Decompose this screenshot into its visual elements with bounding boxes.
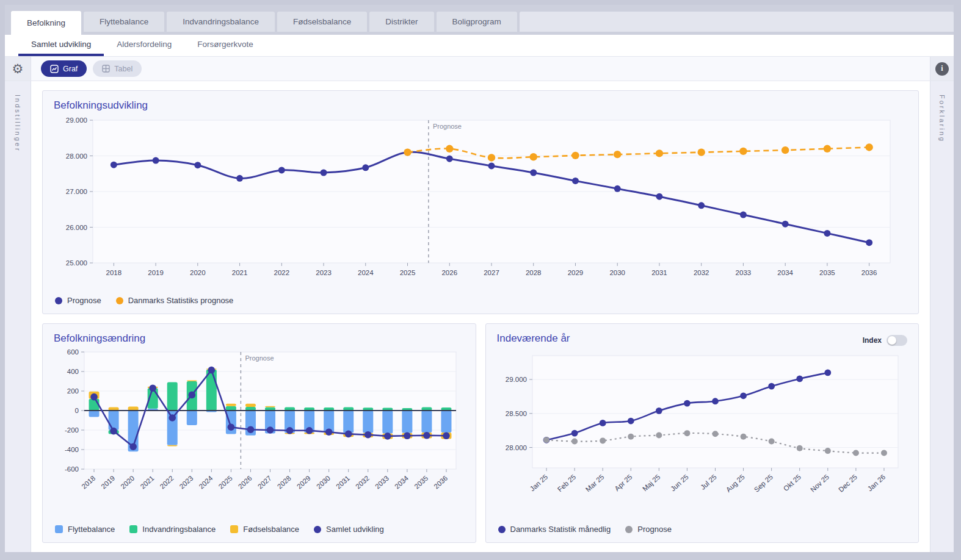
svg-text:-600: -600 xyxy=(65,465,79,473)
legend-label: Danmarks Statistiks prognose xyxy=(128,296,234,305)
svg-text:2024: 2024 xyxy=(358,269,374,276)
index-toggle-group: Index xyxy=(863,335,907,346)
svg-text:2024: 2024 xyxy=(198,474,214,490)
legend-label: Fødselsbalance xyxy=(243,525,299,534)
befolkningsaendring-chart: 6004002000-200-400-600201820192020202120… xyxy=(54,347,465,512)
svg-text:Sep 25: Sep 25 xyxy=(752,473,774,494)
tab-distrikter[interactable]: Distrikter xyxy=(369,12,433,32)
befolkningsaendring-card: Befolkningsændring 6004002000-200-400-60… xyxy=(42,323,476,543)
tab-indvandringsbalance[interactable]: Indvandringsbalance xyxy=(167,12,275,32)
svg-text:2020: 2020 xyxy=(190,269,206,276)
svg-text:2036: 2036 xyxy=(861,269,877,276)
svg-text:2031: 2031 xyxy=(651,269,667,276)
legend-item-danmarks-statistiks-prognose[interactable]: Danmarks Statistiks prognose xyxy=(116,296,234,305)
svg-text:2035: 2035 xyxy=(413,475,429,490)
chart-title-befolkningsaendring: Befolkningsændring xyxy=(54,332,465,345)
forklaring-label: Forklaring xyxy=(938,95,946,552)
svg-text:400: 400 xyxy=(67,368,79,375)
line-chart-icon xyxy=(50,65,59,73)
legend-label: Danmarks Statistik månedlig xyxy=(510,525,611,534)
svg-text:28.000: 28.000 xyxy=(505,444,526,451)
svg-text:2031: 2031 xyxy=(335,475,351,490)
svg-text:Nov 25: Nov 25 xyxy=(809,473,830,494)
legend-item-prognose[interactable]: Prognose xyxy=(625,525,672,534)
svg-text:2029: 2029 xyxy=(568,269,584,276)
app-window: BefolkningFlyttebalanceIndvandringsbalan… xyxy=(5,5,954,552)
svg-text:2027: 2027 xyxy=(256,475,273,490)
index-toggle-label: Index xyxy=(863,336,882,345)
svg-text:2023: 2023 xyxy=(178,475,195,490)
svg-text:2028: 2028 xyxy=(276,475,292,490)
tab-fødselsbalance[interactable]: Fødselsbalance xyxy=(277,12,367,32)
svg-text:2027: 2027 xyxy=(484,269,499,276)
svg-text:Jul 25: Jul 25 xyxy=(699,473,718,491)
svg-text:2026: 2026 xyxy=(441,269,457,276)
tabel-button-label: Tabel xyxy=(114,65,132,73)
svg-text:2021: 2021 xyxy=(232,269,248,276)
svg-text:2035: 2035 xyxy=(819,269,835,276)
graf-button[interactable]: Graf xyxy=(41,60,87,77)
view-switcher: Graf Tabel xyxy=(31,57,930,81)
info-cell: i xyxy=(930,57,954,81)
graf-button-label: Graf xyxy=(63,65,78,73)
svg-text:27.000: 27.000 xyxy=(66,188,87,195)
sub-tabbar: Samlet udviklingAldersfordelingForsørger… xyxy=(5,35,954,56)
legend-label: Prognose xyxy=(637,525,672,534)
main-tabbar: BefolkningFlyttebalanceIndvandringsbalan… xyxy=(5,5,954,35)
svg-text:2036: 2036 xyxy=(432,475,449,490)
legend-label: Prognose xyxy=(67,296,101,305)
svg-text:2032: 2032 xyxy=(694,269,709,276)
indevaerende-aar-header: Indeværende år Index xyxy=(497,331,908,347)
gear-icon[interactable]: ⚙ xyxy=(12,62,24,75)
svg-text:Jan 26: Jan 26 xyxy=(866,473,887,493)
svg-text:2023: 2023 xyxy=(316,269,332,276)
subtab-aldersfordeling[interactable]: Aldersfordeling xyxy=(104,35,184,56)
svg-text:0: 0 xyxy=(75,407,79,414)
svg-text:Jan 25: Jan 25 xyxy=(528,473,549,493)
toggle-knob xyxy=(888,336,896,345)
legend-item-samlet-udvikling[interactable]: Samlet udvikling xyxy=(314,525,384,534)
subtab-samlet-udvikling[interactable]: Samlet udvikling xyxy=(18,35,104,56)
svg-text:Aug 25: Aug 25 xyxy=(724,473,745,494)
legend-item-fødselsbalance[interactable]: Fødselsbalance xyxy=(230,525,299,534)
legend-square-swatch xyxy=(129,525,137,533)
svg-text:Feb 25: Feb 25 xyxy=(556,473,577,494)
svg-text:28.000: 28.000 xyxy=(66,153,87,160)
svg-text:2032: 2032 xyxy=(354,475,371,490)
legend-circle-swatch xyxy=(116,297,123,304)
tabel-button[interactable]: Tabel xyxy=(93,60,142,77)
svg-text:Dec 25: Dec 25 xyxy=(837,473,858,494)
befolkningsudvikling-legend: PrognoseDanmarks Statistiks prognose xyxy=(54,293,907,309)
toolbar: ⚙ Graf Tabel i xyxy=(5,56,954,81)
svg-text:2026: 2026 xyxy=(237,475,253,490)
legend-item-flyttebalance[interactable]: Flyttebalance xyxy=(55,525,115,534)
explanation-panel-collapsed[interactable]: Forklaring xyxy=(930,81,954,552)
legend-circle-swatch xyxy=(625,526,633,533)
svg-text:Maj 25: Maj 25 xyxy=(640,473,661,493)
svg-text:2019: 2019 xyxy=(148,269,164,276)
legend-square-swatch xyxy=(55,525,63,533)
svg-text:Jun 25: Jun 25 xyxy=(669,473,690,493)
tab-befolkning[interactable]: Befolkning xyxy=(11,11,81,35)
legend-item-danmarks-statistik-månedlig[interactable]: Danmarks Statistik månedlig xyxy=(498,525,611,534)
subtab-forsørgerkvote[interactable]: Forsørgerkvote xyxy=(184,35,266,56)
svg-text:200: 200 xyxy=(67,387,79,395)
svg-text:-200: -200 xyxy=(65,426,79,434)
info-icon[interactable]: i xyxy=(935,62,949,76)
tab-boligprogram[interactable]: Boligprogram xyxy=(437,12,517,32)
tab-flyttebalance[interactable]: Flyttebalance xyxy=(84,12,164,32)
svg-text:2028: 2028 xyxy=(526,269,542,276)
svg-text:26.000: 26.000 xyxy=(66,224,87,231)
index-toggle[interactable] xyxy=(887,335,907,346)
svg-text:2033: 2033 xyxy=(736,269,752,276)
legend-item-indvandringsbalance[interactable]: Indvandringsbalance xyxy=(129,525,216,534)
settings-panel-collapsed[interactable]: Indstillinger xyxy=(5,81,31,552)
svg-text:2033: 2033 xyxy=(374,475,390,490)
svg-text:2020: 2020 xyxy=(119,475,136,490)
svg-text:2018: 2018 xyxy=(80,475,96,490)
svg-text:2030: 2030 xyxy=(315,475,332,490)
legend-item-prognose[interactable]: Prognose xyxy=(55,296,101,305)
legend-square-swatch xyxy=(230,525,238,533)
svg-text:2025: 2025 xyxy=(400,269,416,276)
svg-text:2018: 2018 xyxy=(106,269,122,276)
